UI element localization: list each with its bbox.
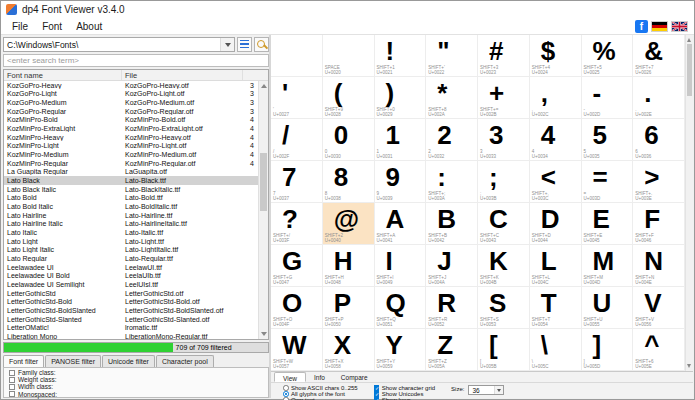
- glyph-cell[interactable]: [ [ U+005B: [478, 329, 530, 371]
- glyph-cell[interactable]: B SHIFT+B U+0042: [426, 203, 478, 245]
- german-flag-icon[interactable]: [651, 21, 668, 32]
- font-row[interactable]: KozGoPro-Regular KozGoPro-Regular.otf 3: [4, 107, 258, 116]
- uk-flag-icon[interactable]: [671, 21, 688, 32]
- tab-panose-filter[interactable]: PANOSE filter: [45, 355, 101, 367]
- glyph-cell[interactable]: 8 8 U+0038: [323, 161, 375, 203]
- glyph-cell[interactable]: 3 3 U+0033: [478, 119, 530, 161]
- glyph-cell[interactable]: ! SHIFT+1 U+0021: [375, 35, 427, 77]
- glyph-cell[interactable]: * SHIFT+8 U+002A: [426, 77, 478, 119]
- column-header-font-name[interactable]: Font name: [4, 70, 122, 80]
- glyph-cell[interactable]: ^ SHIFT+6 U+005E: [633, 329, 685, 371]
- glyph-cell[interactable]: T SHIFT+T U+0054: [530, 287, 582, 329]
- glyph-cell[interactable]: [271, 35, 323, 77]
- font-row[interactable]: LetterGothicStd-Bold LetterGothicStd-Bol…: [4, 297, 258, 306]
- checkbox-monospaced[interactable]: [9, 391, 15, 397]
- scroll-down-icon[interactable]: [261, 332, 267, 336]
- glyph-cell[interactable]: ; ; U+003B: [478, 161, 530, 203]
- checkbox-show-unicodes[interactable]: [374, 391, 380, 397]
- glyph-cell[interactable]: ) SHIFT+0 U+0029: [375, 77, 427, 119]
- checkbox-family-class[interactable]: [9, 370, 15, 376]
- scrollbar-thumb[interactable]: [260, 153, 267, 211]
- glyph-cell[interactable]: P SHIFT+P U+0050: [323, 287, 375, 329]
- glyph-cell[interactable]: SPACE U+0020: [323, 35, 375, 77]
- tab-font-filter[interactable]: Font filter: [3, 355, 44, 367]
- checkbox-show-character-grid[interactable]: [374, 385, 380, 391]
- glyph-cell[interactable]: + SHIFT+= U+002B: [478, 77, 530, 119]
- glyph-cell[interactable]: K SHIFT+K U+004B: [478, 245, 530, 287]
- glyph-cell[interactable]: M SHIFT+M U+004D: [582, 245, 634, 287]
- glyph-cell[interactable]: 1 1 U+0031: [375, 119, 427, 161]
- glyph-cell[interactable]: 6 6 U+0036: [633, 119, 685, 161]
- glyph-cell[interactable]: F SHIFT+F U+0046: [633, 203, 685, 245]
- glyph-cell[interactable]: X SHIFT+X U+0058: [323, 329, 375, 371]
- glyph-cell[interactable]: 0 0 U+0030: [323, 119, 375, 161]
- font-row[interactable]: KozGoPro-Medium KozGoPro-Medium.otf 3: [4, 98, 258, 107]
- glyph-cell[interactable]: U SHIFT+U U+0055: [582, 287, 634, 329]
- glyph-cell[interactable]: V SHIFT+V U+0056: [633, 287, 685, 329]
- glyph-cell[interactable]: " SHIFT+' U+0022: [426, 35, 478, 77]
- glyph-cell[interactable]: ' ' U+0027: [271, 77, 323, 119]
- glyph-cell-highlighted[interactable]: @ SHIFT+2 U+0040: [323, 203, 375, 245]
- glyph-cell[interactable]: G SHIFT+G U+0047: [271, 245, 323, 287]
- glyph-cell[interactable]: S SHIFT+S U+0053: [478, 287, 530, 329]
- glyph-cell[interactable]: D SHIFT+D U+0044: [530, 203, 582, 245]
- glyph-cell[interactable]: 7 7 U+0037: [271, 161, 323, 203]
- tab-character-pool[interactable]: Character pool: [156, 355, 214, 367]
- font-row[interactable]: LetterGothicStd LetterGothicStd.otf: [4, 289, 258, 298]
- font-row[interactable]: KozGoPro-Heavy KozGoPro-Heavy.otf 3: [4, 81, 258, 90]
- facebook-icon[interactable]: [635, 20, 648, 33]
- radio-all-glyphs-of-the-font[interactable]: [283, 391, 289, 397]
- glyph-cell[interactable]: 9 9 U+0039: [375, 161, 427, 203]
- checkbox-width-class[interactable]: [9, 384, 15, 390]
- title-bar[interactable]: dp4 Font Viewer v3.4.0: [1, 1, 694, 18]
- tab-info[interactable]: Info: [306, 372, 333, 382]
- glyph-cell[interactable]: R SHIFT+R U+0052: [426, 287, 478, 329]
- tab-compare[interactable]: Compare: [333, 372, 376, 382]
- glyph-cell[interactable]: $ SHIFT+4 U+0024: [530, 35, 582, 77]
- glyph-cell[interactable]: , , U+002C: [530, 77, 582, 119]
- menu-item-file[interactable]: File: [5, 19, 35, 34]
- glyph-cell[interactable]: O SHIFT+O U+004F: [271, 287, 323, 329]
- font-row[interactable]: Leelawadee UI Semilight LeelUIsl.ttf: [4, 280, 258, 289]
- font-row[interactable]: Lato Regular Lato-Regular.ttf: [4, 254, 258, 263]
- font-row[interactable]: Lato Bold Italic Lato-BoldItalic.ttf: [4, 202, 258, 211]
- font-row[interactable]: KozMinPro-Regular KozMinPro-Regular.otf …: [4, 159, 258, 168]
- font-row[interactable]: La Guapita Regular LaGuapita.otf: [4, 168, 258, 177]
- glyph-cell[interactable]: ? SHIFT+/ U+003F: [271, 203, 323, 245]
- glyph-cell[interactable]: - - U+002D: [582, 77, 634, 119]
- path-dropdown-button[interactable]: [220, 38, 234, 51]
- font-row[interactable]: KozMinPro-Heavy KozMinPro-Heavy.otf 4: [4, 133, 258, 142]
- glyph-cell[interactable]: L SHIFT+L U+004C: [530, 245, 582, 287]
- column-header-count[interactable]: [243, 70, 258, 80]
- glyph-cell[interactable]: 5 5 U+0035: [582, 119, 634, 161]
- glyph-cell[interactable]: I SHIFT+I U+0049: [375, 245, 427, 287]
- tab-view[interactable]: View: [274, 372, 306, 382]
- glyph-cell[interactable]: \ \ U+005C: [530, 329, 582, 371]
- size-select[interactable]: 36: [468, 385, 504, 395]
- font-row[interactable]: LetterGothicStd-BoldSlanted LetterGothic…: [4, 306, 258, 315]
- scrollbar-thumb[interactable]: [687, 44, 692, 96]
- chevron-down-icon[interactable]: [494, 386, 503, 394]
- radio-show-ascii-chars-0-255[interactable]: [283, 385, 289, 391]
- font-row[interactable]: Lato Bold Lato-Bold.ttf: [4, 194, 258, 203]
- tab-unicode-filter[interactable]: Unicode filter: [102, 355, 155, 367]
- font-row[interactable]: Lato Black Italic Lato-BlackItalic.ttf: [4, 185, 258, 194]
- font-row[interactable]: Lato Light Lato-Light.ttf: [4, 237, 258, 246]
- font-list-scrollbar[interactable]: [258, 81, 268, 339]
- font-row[interactable]: Lato Light Italic Lato-LightItalic.ttf: [4, 245, 258, 254]
- font-row[interactable]: KozMinPro-Bold KozMinPro-Bold.otf 4: [4, 116, 258, 125]
- glyph-cell[interactable]: # SHIFT+3 U+0023: [478, 35, 530, 77]
- font-row[interactable]: KozMinPro-ExtraLight KozMinPro-ExtraLigh…: [4, 124, 258, 133]
- glyph-cell[interactable]: W SHIFT+W U+0057: [271, 329, 323, 371]
- glyph-cell[interactable]: E SHIFT+E U+0045: [582, 203, 634, 245]
- font-row[interactable]: Liberation Mono LiberationMono-Regular.t…: [4, 332, 258, 339]
- glyph-cell[interactable]: 4 4 U+0034: [530, 119, 582, 161]
- glyph-cell[interactable]: 2 2 U+0032: [426, 119, 478, 161]
- glyph-cell[interactable]: > SHIFT+. U+003E: [633, 161, 685, 203]
- glyph-cell[interactable]: H SHIFT+H U+0048: [323, 245, 375, 287]
- glyph-cell[interactable]: & SHIFT+7 U+0026: [633, 35, 685, 77]
- glyph-cell[interactable]: : SHIFT+; U+003A: [426, 161, 478, 203]
- font-row[interactable]: KozGoPro-Light KozGoPro-Light.otf 3: [4, 90, 258, 99]
- search-fonts-button[interactable]: [254, 37, 269, 52]
- glyph-cell[interactable]: Q SHIFT+Q U+0051: [375, 287, 427, 329]
